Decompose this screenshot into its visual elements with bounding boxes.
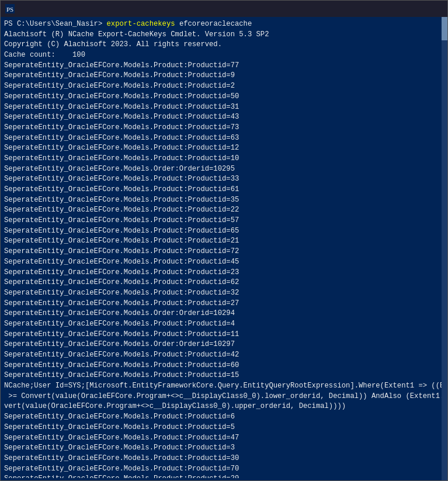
maximize-button[interactable] — [389, 1, 416, 17]
powershell-window: PS PS C:\Users\Sean_Nasir> export-cachek… — [0, 0, 448, 481]
terminal-line: Copyright (C) Alachisoft 2023. All right… — [4, 40, 437, 50]
terminal-line: vert(value(OracleEFCore.Program+<>c__Dis… — [4, 402, 437, 412]
minimize-button[interactable] — [362, 1, 389, 17]
terminal-line: SeperateEntity_OracleEFCore.Models.Produ… — [4, 195, 437, 206]
terminal-line: SeperateEntity_OracleEFCore.Models.Produ… — [4, 174, 437, 185]
terminal-line: SeperateEntity_OracleEFCore.Models.Produ… — [4, 71, 437, 81]
terminal-line: SeperateEntity_OracleEFCore.Models.Produ… — [4, 350, 437, 361]
terminal-line: SeperateEntity_OracleEFCore.Models.Produ… — [4, 154, 437, 164]
terminal-line: SeperateEntity_OracleEFCore.Models.Produ… — [4, 61, 437, 71]
terminal-line: SeperateEntity_OracleEFCore.Models.Produ… — [4, 81, 437, 92]
terminal-line: SeperateEntity_OracleEFCore.Models.Produ… — [4, 247, 437, 257]
svg-text:PS: PS — [6, 6, 13, 13]
terminal-line: SeperateEntity_OracleEFCore.Models.Produ… — [4, 464, 437, 475]
terminal-line: SeperateEntity_OracleEFCore.Models.Order… — [4, 164, 437, 175]
terminal-line: Cache count: 100 — [4, 50, 437, 61]
terminal-line: SeperateEntity_OracleEFCore.Models.Produ… — [4, 112, 437, 123]
terminal-line: SeperateEntity_OracleEFCore.Models.Produ… — [4, 371, 437, 381]
terminal-line: SeperateEntity_OracleEFCore.Models.Produ… — [4, 226, 437, 237]
window-controls — [362, 1, 443, 17]
terminal-line: SeperateEntity_OracleEFCore.Models.Produ… — [4, 474, 437, 478]
terminal-line: SeperateEntity_OracleEFCore.Models.Produ… — [4, 143, 437, 154]
terminal-line: SeperateEntity_OracleEFCore.Models.Produ… — [4, 423, 437, 433]
terminal-line: SeperateEntity_OracleEFCore.Models.Produ… — [4, 185, 437, 195]
terminal-line: Alachisoft (R) NCache Export-CacheKeys C… — [4, 30, 437, 40]
terminal-area[interactable]: PS C:\Users\Sean_Nasir> export-cachekeys… — [1, 17, 447, 480]
terminal-line: SeperateEntity_OracleEFCore.Models.Produ… — [4, 236, 437, 247]
terminal-line: SeperateEntity_OracleEFCore.Models.Produ… — [4, 278, 437, 288]
scrollbar-thumb[interactable] — [442, 17, 447, 40]
terminal-line: SeperateEntity_OracleEFCore.Models.Produ… — [4, 102, 437, 113]
close-button[interactable] — [416, 1, 443, 17]
terminal-line: SeperateEntity_OracleEFCore.Models.Produ… — [4, 299, 437, 309]
terminal-content: PS C:\Users\Sean_Nasir> export-cachekeys… — [4, 19, 444, 478]
terminal-line: SeperateEntity_OracleEFCore.Models.Produ… — [4, 205, 437, 216]
scrollbar[interactable] — [442, 17, 447, 480]
terminal-line: SeperateEntity_OracleEFCore.Models.Produ… — [4, 443, 437, 454]
terminal-line: SeperateEntity_OracleEFCore.Models.Produ… — [4, 92, 437, 102]
terminal-line: SeperateEntity_OracleEFCore.Models.Produ… — [4, 268, 437, 278]
terminal-line: SeperateEntity_OracleEFCore.Models.Produ… — [4, 216, 437, 226]
title-bar: PS — [1, 1, 447, 17]
terminal-line: SeperateEntity_OracleEFCore.Models.Order… — [4, 309, 437, 319]
terminal-line: SeperateEntity_OracleEFCore.Models.Produ… — [4, 123, 437, 133]
terminal-line: SeperateEntity_OracleEFCore.Models.Produ… — [4, 361, 437, 371]
terminal-line: SeperateEntity_OracleEFCore.Models.Produ… — [4, 412, 437, 423]
terminal-line: SeperateEntity_OracleEFCore.Models.Produ… — [4, 257, 437, 268]
terminal-line: NCache;User Id=SYS;[Microsoft.EntityFram… — [4, 381, 437, 392]
terminal-line: SeperateEntity_OracleEFCore.Models.Produ… — [4, 433, 437, 444]
terminal-line: SeperateEntity_OracleEFCore.Models.Produ… — [4, 288, 437, 299]
terminal-line: SeperateEntity_OracleEFCore.Models.Produ… — [4, 330, 437, 340]
terminal-line: PS C:\Users\Sean_Nasir> export-cachekeys… — [4, 19, 437, 30]
terminal-line: SeperateEntity_OracleEFCore.Models.Produ… — [4, 454, 437, 464]
terminal-line: >= Convert(value(OracleEFCore.Program+<>… — [4, 392, 437, 402]
terminal-line: SeperateEntity_OracleEFCore.Models.Produ… — [4, 319, 437, 330]
terminal-line: SeperateEntity_OracleEFCore.Models.Order… — [4, 340, 437, 350]
powershell-icon: PS — [5, 4, 15, 13]
terminal-line: SeperateEntity_OracleEFCore.Models.Produ… — [4, 133, 437, 144]
